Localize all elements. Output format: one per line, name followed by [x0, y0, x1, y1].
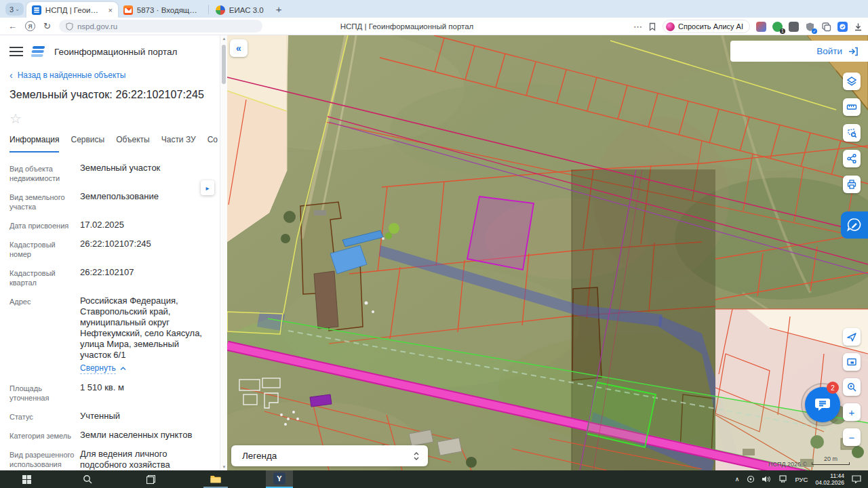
- start-button[interactable]: [15, 470, 38, 488]
- layers-button[interactable]: [843, 73, 861, 90]
- scrollbar-thumb[interactable]: [222, 45, 226, 84]
- legend-button[interactable]: Легенда: [231, 445, 428, 466]
- taskbar-search-button[interactable]: [76, 470, 99, 488]
- zoom-out-button[interactable]: −: [843, 428, 861, 446]
- folder-icon: [210, 474, 221, 483]
- area-search-icon: [846, 127, 857, 138]
- yandex-button[interactable]: Я: [25, 21, 35, 31]
- collapse-panel-button[interactable]: «: [230, 39, 248, 57]
- volume-icon[interactable]: [762, 475, 771, 483]
- favorite-star-icon[interactable]: ☆: [9, 111, 24, 126]
- info-row: Категория земельЗемли населенных пунктов: [9, 430, 218, 441]
- info-row: СтатусУчтенный: [9, 411, 218, 422]
- expand-collapse-icon: [413, 451, 420, 461]
- print-button[interactable]: [843, 176, 861, 193]
- locate-button[interactable]: [843, 328, 861, 346]
- green-extension-icon[interactable]: 1: [772, 22, 783, 32]
- info-row: Кадастровый номер26:22:102107:245: [9, 239, 218, 259]
- locate-arrow-icon: [846, 331, 857, 342]
- ask-alice-button[interactable]: Спросить Алису AI: [663, 20, 750, 33]
- windows-logo-icon: [22, 475, 31, 484]
- browser-tab-bar: 3 ⌄ НСПД | Геоинформац × 5873 · Входящие…: [0, 0, 868, 18]
- map-attribution: НСПД 2026 ©: [768, 461, 807, 468]
- page-title: Земельный участок: 26:22:102107:245: [9, 89, 218, 101]
- info-row: Вид земельного участкаЗемлепользование: [9, 191, 218, 211]
- shield-extension-icon[interactable]: ✓: [805, 22, 815, 32]
- tray-app-icon[interactable]: [747, 475, 755, 483]
- downloads-icon[interactable]: [854, 22, 863, 31]
- info-row: Вид разрешенного использованияДля ведени…: [9, 449, 218, 470]
- tray-expand-chevron[interactable]: ∧: [735, 476, 740, 483]
- colorful-extension-icon[interactable]: [756, 22, 766, 32]
- area-search-button[interactable]: [843, 124, 861, 142]
- notification-center-icon[interactable]: [852, 475, 861, 483]
- tab-eias[interactable]: ЕИАС 3.0: [210, 2, 269, 18]
- more-menu-icon[interactable]: ⋯: [633, 22, 642, 32]
- scale-bar: 20 m: [812, 455, 850, 465]
- chat-bubble-icon: [814, 396, 831, 413]
- mail-favicon: [123, 5, 133, 15]
- app-title: Геоинформационный портал: [54, 47, 177, 57]
- search-icon: [83, 474, 92, 484]
- alice-logo-icon: [666, 22, 675, 31]
- browser-toolbar: ← Я ↻ nspd.gov.ru НСПД | Геоинформационн…: [0, 18, 868, 35]
- tab-parts[interactable]: Части ЗУ: [161, 135, 196, 152]
- feedback-button[interactable]: [841, 211, 868, 239]
- info-row: Кадастровый квартал26:22:102107: [9, 267, 218, 287]
- bookmark-icon[interactable]: [648, 22, 656, 31]
- nspd-favicon: [32, 5, 41, 15]
- clock[interactable]: 11:44 04.02.2026: [815, 472, 844, 486]
- collapse-address-link[interactable]: Свернуть: [80, 363, 206, 374]
- share-icon: [846, 153, 857, 164]
- coordinate-search-button[interactable]: [843, 378, 861, 396]
- share-button[interactable]: [843, 150, 861, 167]
- tabs-scroll-right-button[interactable]: ▸: [201, 180, 214, 195]
- tab-group-counter[interactable]: 3 ⌄: [5, 3, 24, 16]
- overview-map-button[interactable]: [843, 353, 861, 371]
- tab-services[interactable]: Сервисы: [71, 135, 104, 152]
- tab-structure[interactable]: Соста: [208, 135, 218, 152]
- login-icon: [848, 46, 859, 57]
- tab-information[interactable]: Информация: [9, 135, 59, 152]
- info-row: Площадь уточненная1 510 кв. м: [9, 382, 218, 403]
- chevron-down-icon: ⌄: [15, 6, 20, 12]
- layers-icon: [846, 76, 857, 87]
- ruler-icon: [846, 102, 857, 113]
- info-row: Вид объекта недвижимостиЗемельный участо…: [9, 163, 218, 183]
- back-button[interactable]: ←: [8, 21, 17, 31]
- address-bar[interactable]: nspd.gov.ru: [59, 20, 262, 33]
- tab-nspd[interactable]: НСПД | Геоинформац ×: [26, 2, 118, 18]
- login-bar[interactable]: Войти: [730, 41, 868, 62]
- panel-scrollbar[interactable]: ▲ ▼: [220, 35, 227, 470]
- new-tab-button[interactable]: +: [276, 3, 282, 15]
- menu-icon[interactable]: [9, 47, 23, 56]
- overview-map-icon: [846, 357, 857, 367]
- docs-extension-icon[interactable]: [837, 22, 848, 32]
- file-explorer-button[interactable]: [203, 470, 228, 488]
- page-title: НСПД | Геоинформационный портал: [285, 22, 529, 30]
- attributes-list: Вид объекта недвижимостиЗемельный участо…: [9, 163, 218, 470]
- zoom-in-button[interactable]: +: [843, 403, 861, 421]
- coordinate-search-icon: [846, 382, 857, 392]
- task-view-icon: [146, 475, 155, 484]
- network-icon[interactable]: [778, 475, 787, 483]
- tab-count: 3: [9, 5, 14, 14]
- tab-mail[interactable]: 5873 · Входящие — Яндекс: [118, 2, 207, 18]
- task-view-button[interactable]: [139, 470, 162, 488]
- tab-objects[interactable]: Объекты: [116, 135, 150, 152]
- chevron-up-icon: [120, 367, 126, 371]
- back-to-results-link[interactable]: ‹ Назад в найденные объекты: [9, 70, 218, 80]
- tab-divider: [208, 5, 209, 14]
- object-info-panel: Геоинформационный портал ‹ Назад в найде…: [0, 35, 227, 470]
- map-viewport[interactable]: « Войти: [227, 35, 868, 470]
- dark-extension-icon[interactable]: [789, 22, 799, 32]
- yandex-browser-button[interactable]: Y: [266, 470, 293, 488]
- chevron-left-icon: ‹: [9, 72, 13, 79]
- reload-button[interactable]: ↻: [43, 21, 51, 31]
- language-indicator[interactable]: РУС: [795, 476, 808, 483]
- eias-favicon: [216, 5, 225, 15]
- measure-button[interactable]: [843, 98, 861, 116]
- satellite-map-canvas[interactable]: [227, 35, 868, 470]
- close-tab-icon[interactable]: ×: [108, 6, 112, 14]
- panels-extension-icon[interactable]: [821, 22, 831, 32]
